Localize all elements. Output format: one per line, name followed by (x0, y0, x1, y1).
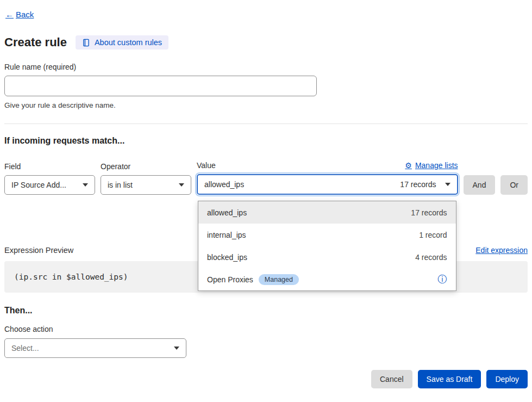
value-label-row: Value ⚙ Manage lists (197, 158, 458, 170)
back-arrow-icon: ← (5, 10, 14, 19)
action-select[interactable]: Select... (4, 338, 186, 358)
list-item-name: internal_ips (207, 231, 246, 239)
value-label: Value (197, 161, 216, 170)
value-column: Value ⚙ Manage lists allowed_ips 17 reco… (197, 158, 458, 195)
manage-lists-link[interactable]: ⚙ Manage lists (405, 161, 458, 170)
back-link[interactable]: ← Back (5, 10, 34, 19)
manage-lists-label: Manage lists (415, 161, 458, 170)
action-select-placeholder: Select... (11, 344, 39, 352)
chevron-down-icon (445, 183, 450, 186)
field-column: Field IP Source Add... (4, 159, 95, 195)
list-item-name: blocked_ips (207, 253, 247, 262)
cancel-button[interactable]: Cancel (371, 370, 412, 388)
footer-actions: Cancel Save as Draft Deploy (4, 370, 528, 388)
and-button[interactable]: And (464, 175, 496, 195)
operator-select-value: is in list (108, 181, 133, 189)
list-item-records: 17 records (411, 208, 447, 217)
rule-name-input[interactable] (4, 76, 317, 96)
list-item-name: allowed_ips (207, 208, 247, 217)
field-label: Field (4, 159, 95, 171)
edit-expression-link[interactable]: Edit expression (475, 246, 528, 255)
back-row: ← Back (5, 10, 528, 19)
list-item-internal-ips[interactable]: internal_ips 1 record (198, 224, 456, 246)
about-custom-rules-link[interactable]: About custom rules (76, 35, 168, 50)
list-item-allowed-ips[interactable]: allowed_ips 17 records (198, 201, 456, 224)
or-button[interactable]: Or (500, 175, 528, 195)
list-item-records: 4 records (415, 253, 447, 262)
about-custom-rules-label: About custom rules (95, 38, 162, 47)
match-row: Field IP Source Add... Operator is in li… (4, 158, 528, 195)
match-section-heading: If incoming requests match... (4, 136, 528, 146)
operator-select[interactable]: is in list (101, 175, 191, 195)
list-item-name: Open Proxies (207, 275, 253, 284)
book-icon (82, 39, 90, 47)
list-item-records: 1 record (419, 231, 447, 239)
page-title: Create rule (4, 35, 67, 50)
chevron-down-icon (179, 183, 184, 187)
then-section-heading: Then... (4, 306, 528, 316)
back-link-label: Back (16, 10, 34, 19)
rule-name-group: Rule name (required) Give your rule a de… (4, 63, 528, 109)
deploy-button[interactable]: Deploy (486, 370, 528, 388)
value-select-records: 17 records (400, 180, 440, 189)
operator-column: Operator is in list (101, 159, 191, 195)
chevron-down-icon (174, 347, 179, 350)
list-item-left: Open Proxies Managed (207, 274, 299, 285)
rule-name-help: Give your rule a descriptive name. (4, 101, 528, 109)
info-icon[interactable]: ⓘ (438, 275, 447, 284)
value-select[interactable]: allowed_ips 17 records (197, 174, 458, 195)
create-rule-page: ← Back Create rule About custom rules Ru… (0, 0, 532, 402)
managed-badge: Managed (259, 274, 299, 285)
save-as-draft-button[interactable]: Save as Draft (418, 370, 481, 388)
choose-action-label: Choose action (4, 325, 528, 333)
value-select-value: allowed_ips (204, 180, 244, 189)
expression-preview-label: Expression Preview (4, 246, 73, 255)
value-dropdown-menu: allowed_ips 17 records internal_ips 1 re… (198, 201, 456, 291)
list-item-open-proxies[interactable]: Open Proxies Managed ⓘ (198, 268, 456, 290)
list-item-blocked-ips[interactable]: blocked_ips 4 records (198, 246, 456, 268)
gear-icon: ⚙ (405, 161, 412, 170)
divider (4, 123, 528, 124)
field-select[interactable]: IP Source Add... (4, 175, 95, 195)
rule-name-label: Rule name (required) (4, 63, 528, 71)
title-row: Create rule About custom rules (4, 35, 528, 50)
expression-code: (ip.src in $allowed_ips) (14, 273, 128, 281)
field-select-value: IP Source Add... (11, 181, 66, 189)
operator-label: Operator (101, 159, 191, 171)
chevron-down-icon (83, 183, 88, 187)
